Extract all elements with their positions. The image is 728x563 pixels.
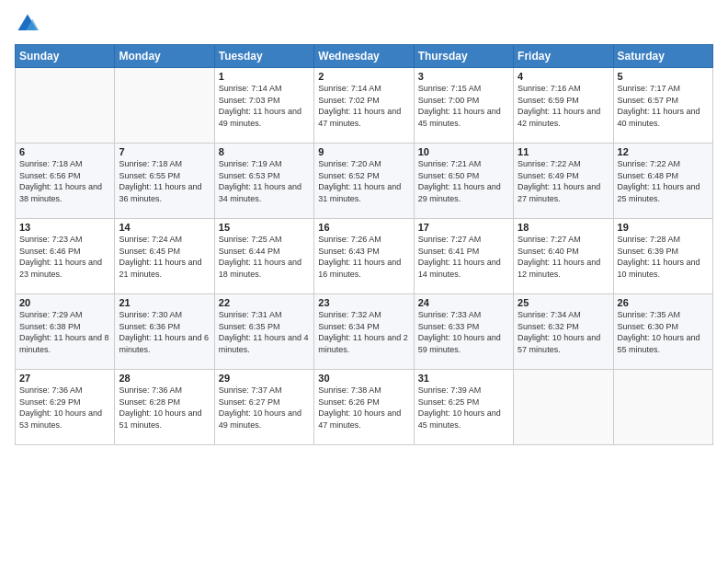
calendar-header-row: SundayMondayTuesdayWednesdayThursdayFrid… <box>16 45 713 68</box>
calendar-cell: 26Sunrise: 7:35 AMSunset: 6:30 PMDayligh… <box>613 294 712 370</box>
calendar-cell: 20Sunrise: 7:29 AMSunset: 6:38 PMDayligh… <box>16 294 115 370</box>
day-number: 30 <box>318 373 409 384</box>
day-info: Sunrise: 7:36 AMSunset: 6:28 PMDaylight:… <box>119 385 210 431</box>
calendar-week-row: 20Sunrise: 7:29 AMSunset: 6:38 PMDayligh… <box>16 294 713 370</box>
calendar-cell: 18Sunrise: 7:27 AMSunset: 6:40 PMDayligh… <box>514 219 613 294</box>
day-info: Sunrise: 7:26 AMSunset: 6:43 PMDaylight:… <box>318 234 409 280</box>
day-info: Sunrise: 7:14 AMSunset: 7:03 PMDaylight:… <box>219 83 310 129</box>
day-info: Sunrise: 7:38 AMSunset: 6:26 PMDaylight:… <box>318 385 409 431</box>
day-number: 7 <box>119 146 210 157</box>
day-info: Sunrise: 7:21 AMSunset: 6:50 PMDaylight:… <box>418 158 509 204</box>
day-number: 14 <box>119 222 210 233</box>
day-info: Sunrise: 7:34 AMSunset: 6:32 PMDaylight:… <box>518 309 609 355</box>
day-info: Sunrise: 7:28 AMSunset: 6:39 PMDaylight:… <box>618 234 709 280</box>
day-number: 12 <box>618 146 709 157</box>
calendar-cell: 2Sunrise: 7:14 AMSunset: 7:02 PMDaylight… <box>314 68 414 144</box>
page: SundayMondayTuesdayWednesdayThursdayFrid… <box>0 0 728 563</box>
day-info: Sunrise: 7:33 AMSunset: 6:33 PMDaylight:… <box>418 309 509 355</box>
calendar-cell: 28Sunrise: 7:36 AMSunset: 6:28 PMDayligh… <box>115 370 214 445</box>
calendar-cell: 1Sunrise: 7:14 AMSunset: 7:03 PMDaylight… <box>214 68 313 144</box>
day-info: Sunrise: 7:31 AMSunset: 6:35 PMDaylight:… <box>219 309 310 355</box>
day-info: Sunrise: 7:37 AMSunset: 6:27 PMDaylight:… <box>219 385 310 431</box>
calendar-cell: 24Sunrise: 7:33 AMSunset: 6:33 PMDayligh… <box>414 294 513 370</box>
calendar-cell: 4Sunrise: 7:16 AMSunset: 6:59 PMDaylight… <box>514 68 613 144</box>
calendar-cell: 5Sunrise: 7:17 AMSunset: 6:57 PMDaylight… <box>613 68 712 144</box>
day-number: 26 <box>618 297 709 308</box>
day-info: Sunrise: 7:23 AMSunset: 6:46 PMDaylight:… <box>19 234 110 280</box>
calendar-cell: 13Sunrise: 7:23 AMSunset: 6:46 PMDayligh… <box>16 219 115 294</box>
day-info: Sunrise: 7:16 AMSunset: 6:59 PMDaylight:… <box>518 83 609 129</box>
day-number: 6 <box>19 146 110 157</box>
day-number: 23 <box>318 297 409 308</box>
calendar-cell <box>514 370 613 445</box>
day-info: Sunrise: 7:32 AMSunset: 6:34 PMDaylight:… <box>318 309 409 355</box>
calendar-cell: 23Sunrise: 7:32 AMSunset: 6:34 PMDayligh… <box>314 294 414 370</box>
day-number: 8 <box>219 146 310 157</box>
day-number: 20 <box>19 297 110 308</box>
weekday-header-wednesday: Wednesday <box>314 45 414 68</box>
weekday-header-thursday: Thursday <box>414 45 513 68</box>
weekday-header-monday: Monday <box>115 45 214 68</box>
calendar-table: SundayMondayTuesdayWednesdayThursdayFrid… <box>15 44 713 445</box>
calendar-cell: 12Sunrise: 7:22 AMSunset: 6:48 PMDayligh… <box>613 144 712 219</box>
calendar-cell: 29Sunrise: 7:37 AMSunset: 6:27 PMDayligh… <box>214 370 313 445</box>
day-info: Sunrise: 7:36 AMSunset: 6:29 PMDaylight:… <box>19 385 110 431</box>
weekday-header-saturday: Saturday <box>613 45 712 68</box>
day-number: 29 <box>219 373 310 384</box>
day-info: Sunrise: 7:17 AMSunset: 6:57 PMDaylight:… <box>618 83 709 129</box>
calendar-cell <box>115 68 214 144</box>
day-number: 27 <box>19 373 110 384</box>
calendar-cell: 21Sunrise: 7:30 AMSunset: 6:36 PMDayligh… <box>115 294 214 370</box>
day-number: 13 <box>19 222 110 233</box>
calendar-cell: 19Sunrise: 7:28 AMSunset: 6:39 PMDayligh… <box>613 219 712 294</box>
logo-icon <box>15 11 40 37</box>
day-number: 9 <box>318 146 409 157</box>
day-info: Sunrise: 7:39 AMSunset: 6:25 PMDaylight:… <box>418 385 509 431</box>
weekday-header-sunday: Sunday <box>16 45 115 68</box>
day-info: Sunrise: 7:19 AMSunset: 6:53 PMDaylight:… <box>219 158 310 204</box>
day-number: 15 <box>219 222 310 233</box>
calendar-cell: 22Sunrise: 7:31 AMSunset: 6:35 PMDayligh… <box>214 294 313 370</box>
logo <box>15 11 44 37</box>
calendar-week-row: 27Sunrise: 7:36 AMSunset: 6:29 PMDayligh… <box>16 370 713 445</box>
calendar-cell: 31Sunrise: 7:39 AMSunset: 6:25 PMDayligh… <box>414 370 513 445</box>
calendar-cell: 6Sunrise: 7:18 AMSunset: 6:56 PMDaylight… <box>16 144 115 219</box>
weekday-header-tuesday: Tuesday <box>214 45 313 68</box>
day-number: 28 <box>119 373 210 384</box>
day-number: 19 <box>618 222 709 233</box>
calendar-week-row: 6Sunrise: 7:18 AMSunset: 6:56 PMDaylight… <box>16 144 713 219</box>
day-number: 11 <box>518 146 609 157</box>
day-number: 22 <box>219 297 310 308</box>
day-info: Sunrise: 7:27 AMSunset: 6:40 PMDaylight:… <box>518 234 609 280</box>
calendar-cell <box>613 370 712 445</box>
day-info: Sunrise: 7:24 AMSunset: 6:45 PMDaylight:… <box>119 234 210 280</box>
day-info: Sunrise: 7:25 AMSunset: 6:44 PMDaylight:… <box>219 234 310 280</box>
day-number: 18 <box>518 222 609 233</box>
day-number: 17 <box>418 222 509 233</box>
day-info: Sunrise: 7:30 AMSunset: 6:36 PMDaylight:… <box>119 309 210 355</box>
day-number: 3 <box>418 71 509 82</box>
calendar-cell: 30Sunrise: 7:38 AMSunset: 6:26 PMDayligh… <box>314 370 414 445</box>
day-info: Sunrise: 7:27 AMSunset: 6:41 PMDaylight:… <box>418 234 509 280</box>
calendar-week-row: 13Sunrise: 7:23 AMSunset: 6:46 PMDayligh… <box>16 219 713 294</box>
day-number: 5 <box>618 71 709 82</box>
day-info: Sunrise: 7:29 AMSunset: 6:38 PMDaylight:… <box>19 309 110 355</box>
day-info: Sunrise: 7:14 AMSunset: 7:02 PMDaylight:… <box>318 83 409 129</box>
day-info: Sunrise: 7:18 AMSunset: 6:56 PMDaylight:… <box>19 158 110 204</box>
calendar-cell: 3Sunrise: 7:15 AMSunset: 7:00 PMDaylight… <box>414 68 513 144</box>
calendar-cell: 27Sunrise: 7:36 AMSunset: 6:29 PMDayligh… <box>16 370 115 445</box>
day-number: 4 <box>518 71 609 82</box>
day-number: 2 <box>318 71 409 82</box>
calendar-cell: 9Sunrise: 7:20 AMSunset: 6:52 PMDaylight… <box>314 144 414 219</box>
calendar-cell: 14Sunrise: 7:24 AMSunset: 6:45 PMDayligh… <box>115 219 214 294</box>
day-number: 1 <box>219 71 310 82</box>
day-number: 10 <box>418 146 509 157</box>
day-number: 31 <box>418 373 509 384</box>
day-number: 21 <box>119 297 210 308</box>
day-number: 25 <box>518 297 609 308</box>
day-info: Sunrise: 7:18 AMSunset: 6:55 PMDaylight:… <box>119 158 210 204</box>
calendar-week-row: 1Sunrise: 7:14 AMSunset: 7:03 PMDaylight… <box>16 68 713 144</box>
calendar-cell: 8Sunrise: 7:19 AMSunset: 6:53 PMDaylight… <box>214 144 313 219</box>
day-number: 24 <box>418 297 509 308</box>
day-info: Sunrise: 7:20 AMSunset: 6:52 PMDaylight:… <box>318 158 409 204</box>
